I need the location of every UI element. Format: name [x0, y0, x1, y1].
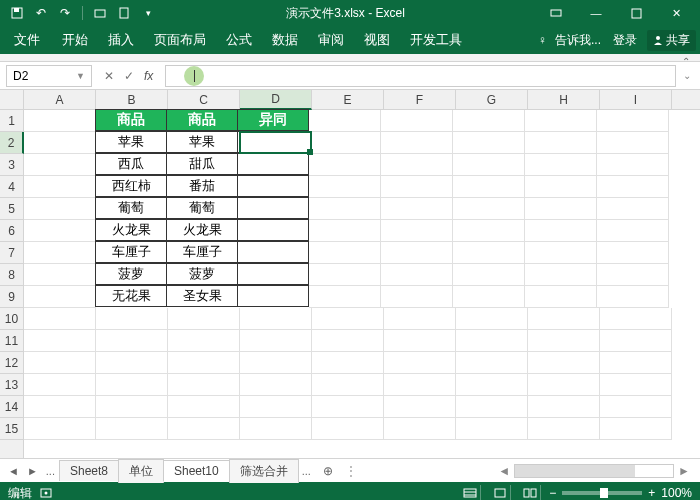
cell[interactable]: [597, 198, 669, 220]
cell-b5[interactable]: 葡萄: [95, 197, 167, 219]
row-9[interactable]: 9: [0, 286, 23, 308]
tell-me[interactable]: 告诉我...: [549, 26, 607, 54]
row-14[interactable]: 14: [0, 396, 23, 418]
cell[interactable]: [381, 132, 453, 154]
cell[interactable]: [528, 330, 600, 352]
cell[interactable]: [453, 286, 525, 308]
cell[interactable]: [381, 198, 453, 220]
cell[interactable]: [525, 286, 597, 308]
cell[interactable]: [453, 176, 525, 198]
tab-home[interactable]: 开始: [52, 26, 98, 54]
cell-b2[interactable]: 苹果: [95, 131, 167, 153]
cell[interactable]: [168, 418, 240, 440]
row-11[interactable]: 11: [0, 330, 23, 352]
header-b[interactable]: 商品: [95, 109, 167, 131]
cell-d4[interactable]: [237, 175, 309, 197]
cell[interactable]: [96, 374, 168, 396]
cell[interactable]: [456, 308, 528, 330]
sheet-nav-more-icon[interactable]: ...: [42, 465, 59, 477]
qat-new-icon[interactable]: [117, 6, 131, 20]
tab-page-layout[interactable]: 页面布局: [144, 26, 216, 54]
sheet-nav-prev-icon[interactable]: ◄: [4, 465, 23, 477]
row-12[interactable]: 12: [0, 352, 23, 374]
cell[interactable]: [525, 198, 597, 220]
cell[interactable]: [528, 308, 600, 330]
cell-c7[interactable]: 车厘子: [166, 241, 238, 263]
tab-insert[interactable]: 插入: [98, 26, 144, 54]
horizontal-scrollbar[interactable]: ◄ ►: [361, 464, 696, 478]
cell[interactable]: [24, 352, 96, 374]
cell[interactable]: [309, 264, 381, 286]
tab-formulas[interactable]: 公式: [216, 26, 262, 54]
sheet-tab[interactable]: 单位: [118, 459, 164, 483]
share-button[interactable]: 共享: [647, 30, 696, 51]
cell[interactable]: [240, 308, 312, 330]
cancel-icon[interactable]: ✕: [104, 69, 114, 83]
cell[interactable]: [24, 154, 96, 176]
formula-bar[interactable]: [165, 65, 676, 87]
cell[interactable]: [597, 110, 669, 132]
cell[interactable]: [456, 396, 528, 418]
scroll-right-icon[interactable]: ►: [678, 464, 690, 478]
tab-file[interactable]: 文件: [4, 26, 50, 54]
row-15[interactable]: 15: [0, 418, 23, 440]
cell[interactable]: [381, 220, 453, 242]
select-all-corner[interactable]: [0, 90, 24, 110]
enter-icon[interactable]: ✓: [124, 69, 134, 83]
cell[interactable]: [24, 110, 96, 132]
cell[interactable]: [312, 418, 384, 440]
new-sheet-icon[interactable]: ⊕: [315, 464, 341, 478]
cell-d7[interactable]: [237, 241, 309, 263]
tab-split-handle[interactable]: ⋮: [341, 464, 361, 478]
cell[interactable]: [600, 352, 672, 374]
cell[interactable]: [600, 330, 672, 352]
cell[interactable]: [24, 330, 96, 352]
cell[interactable]: [168, 352, 240, 374]
cell[interactable]: [381, 242, 453, 264]
cell[interactable]: [381, 176, 453, 198]
cell[interactable]: [24, 374, 96, 396]
cell[interactable]: [456, 374, 528, 396]
cell[interactable]: [309, 286, 381, 308]
cell[interactable]: [240, 330, 312, 352]
sheet-tab[interactable]: 筛选合并: [229, 459, 299, 483]
cell[interactable]: [384, 352, 456, 374]
cell[interactable]: [597, 242, 669, 264]
cell[interactable]: [525, 220, 597, 242]
cell[interactable]: [384, 330, 456, 352]
close-button[interactable]: ✕: [656, 0, 696, 26]
sheet-overflow-icon[interactable]: ...: [298, 465, 315, 477]
minimize-button[interactable]: —: [576, 0, 616, 26]
col-A[interactable]: A: [24, 90, 96, 110]
col-B[interactable]: B: [96, 90, 168, 110]
header-c[interactable]: 商品: [166, 109, 238, 131]
view-page-break-icon[interactable]: [519, 485, 541, 500]
cell[interactable]: [384, 418, 456, 440]
formula-bar-expand-icon[interactable]: ⌄: [680, 70, 694, 81]
cell[interactable]: [309, 132, 381, 154]
cell[interactable]: [597, 286, 669, 308]
tab-review[interactable]: 审阅: [308, 26, 354, 54]
name-box-dropdown-icon[interactable]: ▼: [76, 71, 85, 81]
cell[interactable]: [456, 352, 528, 374]
col-H[interactable]: H: [528, 90, 600, 110]
cell-c4[interactable]: 番茄: [166, 175, 238, 197]
cell[interactable]: [168, 374, 240, 396]
ribbon-collapse-icon[interactable]: ⌃: [676, 56, 696, 64]
cell-d3[interactable]: [237, 153, 309, 175]
row-1[interactable]: 1: [0, 110, 23, 132]
cell[interactable]: [312, 374, 384, 396]
cell[interactable]: [312, 352, 384, 374]
cell[interactable]: [597, 176, 669, 198]
row-3[interactable]: 3: [0, 154, 23, 176]
cell[interactable]: [96, 330, 168, 352]
cell[interactable]: [24, 176, 96, 198]
col-F[interactable]: F: [384, 90, 456, 110]
col-D[interactable]: D: [240, 90, 312, 110]
cell[interactable]: [597, 264, 669, 286]
cell[interactable]: [96, 418, 168, 440]
cell[interactable]: [312, 330, 384, 352]
cell[interactable]: [525, 264, 597, 286]
cell[interactable]: [525, 242, 597, 264]
cell[interactable]: [312, 396, 384, 418]
